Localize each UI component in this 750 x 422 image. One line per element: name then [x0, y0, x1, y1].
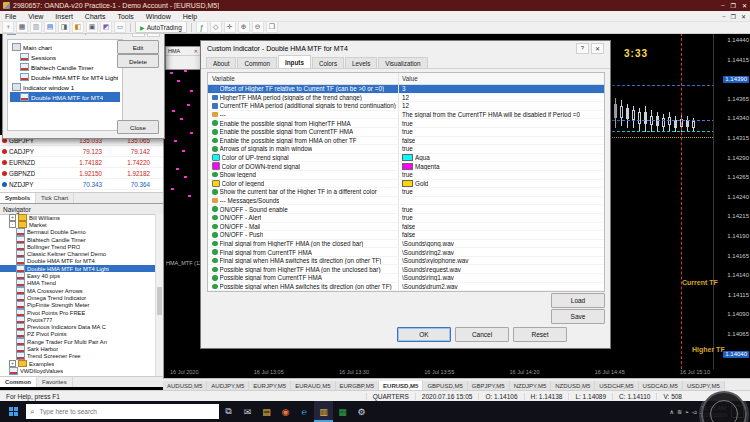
new-order-icon[interactable]: ＋: [2, 21, 14, 33]
time-axis[interactable]: 16 Jul 202016 Jul 13:0516 Jul 13:3016 Ju…: [170, 369, 710, 378]
input-row[interactable]: Enable the possible signal from HigherTF…: [208, 119, 604, 128]
settings-icon[interactable]: ⚙: [352, 401, 371, 422]
input-row[interactable]: Offset of Higher TF relative to Current …: [208, 85, 604, 94]
navigator-icon[interactable]: ◧: [72, 21, 84, 33]
taskbar-search[interactable]: ⌕: [26, 404, 219, 419]
file-explorer-icon[interactable]: ▤: [257, 401, 276, 422]
menu-item-charts[interactable]: Charts: [80, 13, 111, 20]
search-input[interactable]: [37, 407, 215, 416]
browser-icon[interactable]: ◉: [276, 401, 295, 422]
input-row[interactable]: Arrows of signals in main windowtrue: [208, 145, 604, 154]
data-window-icon[interactable]: ◨: [58, 21, 70, 33]
input-row[interactable]: ON/OFF - Pushfalse: [208, 231, 604, 240]
expand-box-icon[interactable]: +: [9, 214, 16, 221]
column-variable[interactable]: Variable: [208, 73, 398, 84]
maximize-button[interactable]: ❐: [731, 2, 736, 9]
objects-icon[interactable]: ◇: [210, 21, 222, 33]
navigator-item[interactable]: +Examples: [0, 360, 156, 367]
market-watch-icon[interactable]: ▤: [44, 21, 56, 33]
indicators-tree-item[interactable]: Double HMA MTF for MT4: [10, 92, 120, 102]
indicators-tree-item[interactable]: Double HMA MTF for MT4 Light: [10, 72, 120, 82]
add-indicator-icon[interactable]: ƒ: [196, 21, 208, 33]
tile-windows-icon[interactable]: ❒: [266, 21, 278, 33]
close-button[interactable]: ✕: [741, 13, 746, 20]
dialog-tab-visualization[interactable]: Visualization: [378, 57, 427, 68]
fragment-close-icon[interactable]: ✕: [194, 48, 198, 54]
new-chart-icon[interactable]: ▦: [16, 21, 28, 33]
price-scale[interactable]: 1.144401.144151.143901.143651.143401.143…: [713, 33, 750, 369]
market-watch-row[interactable]: CADJPY79.12379.142: [0, 146, 163, 157]
toolbox-icon[interactable]: ▣: [86, 21, 98, 33]
dialog-tab-levels[interactable]: Levels: [345, 57, 377, 68]
load-button[interactable]: Load: [551, 293, 605, 308]
input-row[interactable]: Final signal when HMA switches its direc…: [208, 257, 604, 266]
excel-icon[interactable]: ▦: [333, 401, 352, 422]
input-row[interactable]: Final signal from CurrentTF HMA\Sounds\r…: [208, 248, 604, 257]
input-row[interactable]: Possible signal from HigherTF HMA (on th…: [208, 265, 604, 274]
minimize-button[interactable]: –: [721, 2, 724, 9]
navigator-item[interactable]: +Bill Williams: [0, 214, 156, 221]
close-button[interactable]: ✕: [742, 2, 747, 9]
navigator-item[interactable]: VWDIloydValues: [0, 367, 156, 374]
close-button[interactable]: Close: [117, 120, 159, 134]
input-row[interactable]: Possible signal when HMA switches its di…: [208, 283, 604, 292]
input-row[interactable]: Enable the possible signal from CurrentT…: [208, 128, 604, 137]
maximize-button[interactable]: ❐: [731, 13, 736, 20]
menu-item-insert[interactable]: Insert: [50, 13, 78, 20]
input-row[interactable]: Color of UP-trend signalAqua: [208, 154, 604, 163]
navigator-item[interactable]: Trend Screener Free: [0, 353, 156, 360]
indicators-tree-item[interactable]: Indicator window 1: [10, 82, 120, 92]
input-row[interactable]: CurrentTF HMA period (additional signals…: [208, 102, 604, 111]
metatrader-icon[interactable]: ▥: [314, 401, 333, 422]
input-row[interactable]: ON/OFF - Mailfalse: [208, 223, 604, 232]
close-icon[interactable]: ✕: [591, 43, 604, 54]
profiles-icon[interactable]: ▥: [30, 21, 42, 33]
alerts-icon[interactable]: ▭: [114, 21, 126, 33]
input-row[interactable]: ON/OFF - Sound enabletrue: [208, 205, 604, 214]
market-watch-row[interactable]: EURNZD1.741821.74220: [0, 157, 163, 168]
zoom-in-icon[interactable]: ⊕: [238, 21, 250, 33]
column-value[interactable]: Value: [398, 73, 604, 84]
edit-button[interactable]: Edit: [117, 40, 159, 54]
network-icon[interactable]: ⌁: [685, 408, 689, 415]
input-row[interactable]: ---The signal from the CurrentTF HMA wil…: [208, 111, 604, 120]
tab-tick-chart[interactable]: Tick Chart: [36, 193, 74, 203]
ok-button[interactable]: OK: [397, 327, 451, 342]
dialog-tab-about[interactable]: About: [206, 57, 236, 68]
indicators-tree-item[interactable]: Sessions: [10, 52, 120, 62]
onedrive-icon[interactable]: ≋: [677, 408, 682, 415]
minimize-button[interactable]: –: [722, 13, 725, 20]
mail-icon[interactable]: ✉: [238, 401, 257, 422]
menu-item-window[interactable]: Window: [141, 13, 176, 20]
menu-item-file[interactable]: File: [0, 13, 21, 20]
help-button[interactable]: ?: [576, 43, 589, 54]
dialog-tab-common[interactable]: Common: [237, 57, 277, 68]
reset-button[interactable]: Reset: [513, 327, 567, 342]
input-row[interactable]: HigherTF HMA period (signals of the tren…: [208, 94, 604, 103]
navigator-scrollbar[interactable]: [155, 214, 163, 376]
start-button[interactable]: [0, 401, 26, 422]
scrollbar-thumb[interactable]: [157, 287, 162, 315]
tab-common[interactable]: Common: [0, 377, 37, 387]
indicators-tree-item[interactable]: Blahtech Candle Timer: [10, 62, 120, 72]
zoom-out-icon[interactable]: ⊖: [252, 21, 264, 33]
market-watch-row[interactable]: GBPNZD1.921501.92182: [0, 168, 163, 179]
autotrading-button[interactable]: ▶ AutoTrading: [135, 21, 187, 33]
dialog-tab-inputs[interactable]: Inputs: [278, 55, 311, 68]
status-mode[interactable]: QUARTERS: [366, 393, 415, 400]
input-row[interactable]: Final signal from HigherTF HMA (on the c…: [208, 240, 604, 249]
input-row[interactable]: --- Messages/Sounds: [208, 197, 604, 206]
edge-icon[interactable]: ℮: [295, 401, 314, 422]
indicators-tree-item[interactable]: Main chart: [10, 42, 120, 52]
tab-favorites[interactable]: Favorites: [37, 377, 73, 387]
task-view-icon[interactable]: ⧉: [219, 401, 238, 422]
input-row[interactable]: Possible signal from CurrentTF HMA\Sound…: [208, 274, 604, 283]
tab-symbols[interactable]: Symbols: [0, 193, 36, 203]
input-row[interactable]: Show the current bar of the Higher TF in…: [208, 188, 604, 197]
input-row[interactable]: Show legendtrue: [208, 171, 604, 180]
tray-expand-icon[interactable]: ∧: [670, 408, 674, 415]
volume-icon[interactable]: ◅: [692, 408, 697, 415]
input-row[interactable]: Color of DOWN-trend signalMagenta: [208, 162, 604, 171]
input-row[interactable]: ON/OFF - Alerttrue: [208, 214, 604, 223]
save-button[interactable]: Save: [551, 309, 605, 324]
